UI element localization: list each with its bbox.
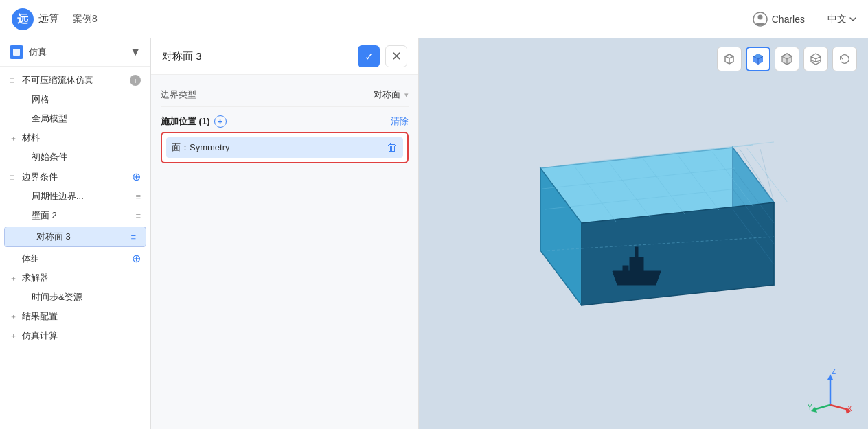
item-label: 材料 (22, 132, 141, 144)
logo: 远 远算 (11, 8, 59, 31)
item-label: 体组 (22, 253, 129, 265)
properties-panel: 对称面 3 ✓ ✕ 边界类型 对称面 ▾ 施加位置 (1) + (151, 38, 419, 429)
info-icon[interactable]: i (130, 75, 141, 86)
item-label: 结果配置 (22, 310, 141, 323)
topbar: 远 远算 案例8 Charles 中文 (0, 0, 868, 38)
svg-rect-27 (623, 266, 628, 271)
sidebar-item-solver[interactable]: ＋ 求解器 (0, 268, 150, 288)
sidebar-item-incompressible[interactable]: □ 不可压缩流体仿真 i (0, 71, 150, 90)
position-section-title: 施加位置 (1) + (161, 115, 227, 128)
axis-svg: Z X Y (806, 367, 854, 415)
sidebar-title: 仿真 (29, 46, 47, 58)
panel-body: 边界类型 对称面 ▾ 施加位置 (1) + 清除 面：Symmetry 🗑 (151, 75, 418, 172)
logo-text: 远算 (38, 12, 59, 25)
viewport-svg (472, 113, 815, 333)
sidebar: 仿真 ▼ □ 不可压缩流体仿真 i 网格 全局模型 ＋ (0, 38, 151, 429)
sidebar-header: 仿真 ▼ (0, 38, 150, 67)
sidebar-header-title: 仿真 (10, 45, 47, 59)
add-boundary-icon[interactable]: ⊕ (132, 170, 141, 183)
3d-scene (472, 113, 815, 333)
svg-text:远: 远 (17, 13, 29, 25)
close-button[interactable]: ✕ (385, 45, 407, 67)
view-wireframe-solid-button[interactable] (775, 47, 799, 71)
boundary-type-value-container[interactable]: 对称面 ▾ (374, 89, 409, 101)
boundary-type-value: 对称面 (374, 89, 400, 101)
topbar-left: 远 远算 案例8 (11, 8, 98, 31)
svg-rect-4 (13, 49, 20, 56)
cube-outline-icon (722, 52, 736, 66)
add-body-group-icon[interactable]: ⊕ (132, 252, 141, 265)
toggle-icon: □ (10, 76, 19, 84)
menu-icon[interactable]: ≡ (135, 211, 141, 221)
item-label: 对称面 3 (36, 231, 128, 243)
logo-icon: 远 (11, 8, 34, 31)
svg-rect-26 (635, 247, 638, 259)
boundary-type-label: 边界类型 (161, 89, 196, 101)
item-label: 不可压缩流体仿真 (22, 74, 126, 86)
main-layout: 仿真 ▼ □ 不可压缩流体仿真 i 网格 全局模型 ＋ (0, 38, 868, 429)
panel-actions: ✓ ✕ (358, 45, 407, 67)
sidebar-tree: □ 不可压缩流体仿真 i 网格 全局模型 ＋ 材料 初始条件 (0, 67, 150, 349)
view-solid-button[interactable] (746, 47, 770, 71)
item-label: 周期性边界... (32, 190, 133, 202)
case-name: 案例8 (73, 13, 98, 25)
position-section-header: 施加位置 (1) + 清除 (161, 115, 409, 128)
cube-lines-icon (809, 52, 823, 66)
svg-text:Y: Y (808, 404, 812, 411)
expand-icon: ＋ (10, 312, 19, 322)
item-label: 时间步&资源 (32, 291, 141, 303)
chevron-down-icon: ▾ (404, 91, 409, 100)
panel-header: 对称面 3 ✓ ✕ (151, 38, 418, 75)
cube-wireframe-solid-icon (780, 52, 794, 66)
menu-icon[interactable]: ≡ (135, 192, 141, 202)
item-label: 初始条件 (32, 151, 141, 163)
sidebar-item-sim-compute[interactable]: ＋ 仿真计算 (0, 326, 150, 345)
add-position-icon[interactable]: + (214, 115, 227, 128)
svg-marker-24 (613, 271, 661, 285)
sidebar-item-result-config[interactable]: ＋ 结果配置 (0, 307, 150, 326)
view-perspective-button[interactable] (717, 47, 742, 71)
view-wireframe-button[interactable] (803, 47, 828, 71)
cube-solid-icon (751, 52, 765, 66)
reset-view-button[interactable] (832, 47, 857, 71)
item-label: 网格 (32, 93, 141, 106)
svg-text:X: X (847, 405, 852, 413)
user-area: Charles (753, 12, 805, 27)
expand-icon: □ (10, 173, 19, 181)
expand-icon: ＋ (10, 273, 19, 283)
sidebar-item-periodic-boundary[interactable]: 周期性边界... ≡ (0, 187, 150, 206)
sidebar-item-wall2[interactable]: 壁面 2 ≡ (0, 206, 150, 225)
item-label: 求解器 (22, 272, 141, 284)
position-items-box: 面：Symmetry 🗑 (161, 132, 409, 163)
expand-icon: ＋ (10, 133, 19, 143)
svg-point-3 (757, 14, 762, 19)
language-button[interactable]: 中文 (827, 13, 857, 25)
menu-icon[interactable]: ≡ (130, 232, 136, 242)
sidebar-item-boundary-condition[interactable]: □ 边界条件 ⊕ (0, 167, 150, 187)
delete-position-icon[interactable]: 🗑 (387, 141, 398, 154)
position-item[interactable]: 面：Symmetry 🗑 (166, 137, 403, 158)
sidebar-item-initial-condition[interactable]: 初始条件 (0, 148, 150, 167)
confirm-button[interactable]: ✓ (358, 45, 380, 67)
item-label: 壁面 2 (32, 209, 133, 222)
sidebar-item-timestep[interactable]: 时间步&资源 (0, 288, 150, 307)
clear-button[interactable]: 清除 (391, 115, 409, 128)
chevron-down-icon (849, 15, 857, 23)
user-name: Charles (772, 14, 805, 25)
sidebar-item-material[interactable]: ＋ 材料 (0, 128, 150, 148)
sidebar-item-global-model[interactable]: 全局模型 (0, 109, 150, 128)
expand-icon: ＋ (10, 331, 19, 341)
item-label: 全局模型 (32, 113, 141, 125)
user-avatar-icon (753, 12, 768, 27)
sidebar-item-mesh[interactable]: 网格 (0, 90, 150, 109)
panel-title: 对称面 3 (162, 50, 202, 63)
item-label: 边界条件 (22, 171, 129, 183)
item-label: 仿真计算 (22, 329, 141, 342)
sidebar-item-symmetry3[interactable]: 对称面 3 ≡ (4, 227, 146, 247)
simulation-icon (10, 45, 23, 59)
sidebar-toggle[interactable]: ▼ (130, 46, 141, 58)
sidebar-item-body-group[interactable]: 体组 ⊕ (0, 248, 150, 268)
reset-icon (838, 53, 851, 65)
viewport-toolbar (717, 47, 857, 71)
topbar-right: Charles 中文 (753, 12, 857, 27)
